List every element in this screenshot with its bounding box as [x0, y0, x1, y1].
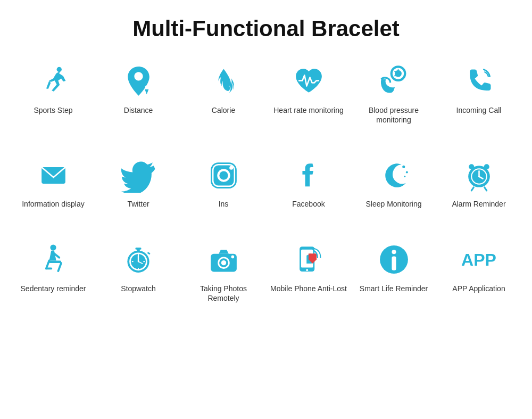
page-title: Multi-Functional Bracelet — [132, 16, 400, 42]
feature-stopwatch: Stopwatch — [96, 236, 181, 308]
feature-calorie: Calorie — [181, 57, 266, 130]
instagram-icon — [202, 157, 245, 194]
flame-icon — [202, 63, 245, 100]
runner-icon — [32, 63, 74, 100]
feature-sedentary-reminder: Sedentary reminder — [11, 236, 96, 308]
svg-rect-34 — [135, 248, 141, 250]
facebook-icon — [287, 157, 330, 194]
camera-icon — [202, 241, 245, 278]
feature-alarm-reminder: Alarm Reminder — [436, 151, 521, 214]
moon-icon — [372, 157, 415, 194]
svg-line-26 — [471, 187, 473, 191]
svg-point-45 — [221, 260, 226, 265]
svg-rect-35 — [147, 252, 151, 254]
app-icon: APP — [458, 241, 500, 278]
heart-rate-label: Heart rate monitoring — [273, 105, 344, 115]
location-icon — [117, 63, 160, 100]
feature-smart-life: Smart Life Reminder — [351, 236, 436, 308]
sleep-monitoring-label: Sleep Monitoring — [365, 199, 421, 209]
svg-point-46 — [231, 255, 234, 258]
sports-step-label: Sports Step — [34, 105, 72, 115]
blood-pressure-label: Blood pressure monitoring — [354, 105, 434, 125]
taking-photos-label: Taking Photos Remotely — [184, 284, 263, 303]
features-grid: Sports Step Distance Calorie — [11, 57, 521, 308]
blood-pressure-icon — [372, 63, 415, 100]
information-display-label: Information display — [22, 199, 85, 209]
feature-incoming-call: Incoming Call — [436, 57, 521, 130]
twitter-label: Twitter — [127, 199, 149, 209]
feature-mobile-phone: Mobile Phone Anti-Lost — [266, 236, 351, 308]
feature-heart-rate: Heart rate monitoring — [266, 57, 351, 130]
smart-life-label: Smart Life Reminder — [360, 284, 428, 293]
feature-ins: Ins — [181, 151, 266, 214]
feature-app-application: APP APP Application — [436, 236, 521, 308]
envelope-icon — [32, 157, 74, 194]
sitting-icon — [32, 241, 74, 278]
phone-lost-icon — [287, 241, 330, 278]
calorie-label: Calorie — [212, 105, 235, 115]
svg-point-0 — [57, 67, 62, 72]
svg-rect-29 — [49, 260, 62, 263]
facebook-label: Facebook — [292, 199, 325, 209]
svg-point-17 — [404, 176, 405, 177]
app-application-label: APP Application — [452, 284, 505, 293]
svg-point-1 — [145, 85, 148, 88]
svg-rect-53 — [392, 256, 396, 270]
svg-point-15 — [402, 166, 405, 168]
svg-point-25 — [484, 164, 489, 169]
feature-facebook: Facebook — [266, 151, 351, 214]
svg-rect-19 — [477, 187, 481, 190]
alarm-reminder-label: Alarm Reminder — [452, 199, 505, 209]
feature-blood-pressure: Blood pressure monitoring — [351, 57, 436, 130]
distance-label: Distance — [124, 105, 153, 115]
feature-sleep-monitoring: Sleep Monitoring — [351, 151, 436, 214]
mobile-phone-label: Mobile Phone Anti-Lost — [270, 284, 347, 293]
heart-rate-icon — [287, 63, 330, 100]
svg-point-24 — [469, 164, 474, 169]
incoming-call-label: Incoming Call — [456, 105, 502, 115]
sedentary-reminder-label: Sedentary reminder — [21, 284, 86, 293]
twitter-icon — [117, 157, 160, 194]
stopwatch-label: Stopwatch — [121, 284, 155, 293]
svg-point-28 — [50, 244, 56, 250]
svg-point-52 — [392, 250, 396, 254]
svg-point-49 — [306, 269, 308, 271]
app-text: APP — [461, 251, 496, 268]
feature-twitter: Twitter — [96, 151, 181, 214]
feature-sports-step: Sports Step — [11, 57, 96, 130]
feature-taking-photos: Taking Photos Remotely — [181, 236, 266, 308]
svg-point-12 — [219, 171, 228, 179]
ins-label: Ins — [219, 199, 229, 209]
svg-line-27 — [484, 187, 486, 191]
info-icon — [372, 241, 415, 278]
phone-icon — [458, 63, 500, 100]
svg-point-16 — [405, 171, 408, 173]
stopwatch-icon — [117, 241, 160, 278]
alarm-icon — [458, 157, 500, 194]
feature-distance: Distance — [96, 57, 181, 130]
feature-information-display: Information display — [11, 151, 96, 214]
